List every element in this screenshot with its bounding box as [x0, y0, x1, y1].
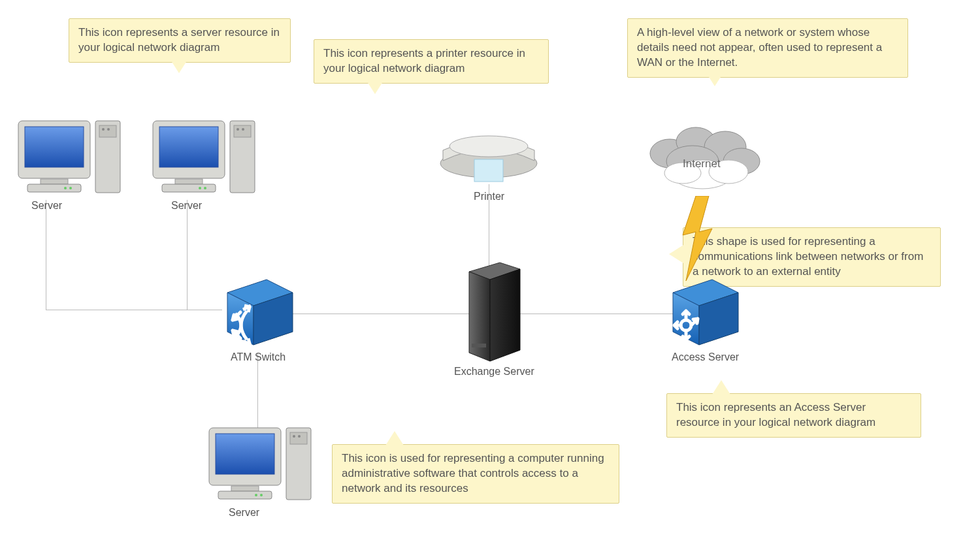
- callout-access-text: This icon represents an Access Server re…: [676, 401, 875, 428]
- server-node-1: [13, 118, 124, 202]
- atm-switch-icon: [221, 273, 299, 351]
- access-server-label: Access Server: [672, 351, 739, 363]
- svg-point-52: [260, 494, 263, 496]
- svg-rect-5: [25, 127, 84, 167]
- svg-rect-48: [216, 434, 274, 474]
- callout-tail: [385, 431, 404, 445]
- exchange-server-icon: [464, 260, 526, 364]
- internet-label: Internet: [683, 157, 721, 170]
- connector: [257, 353, 258, 432]
- svg-point-13: [242, 128, 244, 131]
- exchange-server-label: Exchange Server: [454, 366, 534, 378]
- svg-point-9: [69, 187, 72, 189]
- callout-tail: [706, 72, 724, 86]
- callout-tail: [712, 380, 730, 395]
- callout-printer-text: This icon represents a printer resource …: [323, 47, 525, 74]
- atm-switch-node: [221, 273, 299, 354]
- server-label-2: Server: [171, 200, 202, 212]
- svg-marker-36: [469, 272, 490, 361]
- connector: [46, 200, 46, 310]
- svg-rect-11: [234, 125, 251, 137]
- callout-cloud-text: A high-level view of a network or system…: [637, 26, 882, 69]
- svg-rect-7: [27, 184, 81, 192]
- svg-point-51: [255, 494, 257, 496]
- svg-rect-6: [41, 179, 68, 184]
- callout-tail: [366, 80, 384, 94]
- svg-point-45: [293, 435, 295, 438]
- printer-label: Printer: [474, 191, 504, 202]
- svg-point-22: [449, 136, 528, 157]
- svg-rect-38: [472, 344, 486, 347]
- svg-point-3: [107, 128, 110, 131]
- svg-rect-44: [290, 432, 307, 444]
- svg-point-12: [237, 128, 239, 131]
- callout-server-text: This icon represents a server resource i…: [78, 26, 280, 54]
- callout-cloud: A high-level view of a network or system…: [627, 18, 908, 78]
- connector: [187, 200, 188, 310]
- svg-rect-21: [474, 159, 503, 182]
- server-label-3: Server: [229, 507, 259, 519]
- svg-point-8: [64, 187, 67, 189]
- svg-rect-15: [159, 127, 218, 167]
- svg-marker-37: [490, 269, 520, 361]
- callout-server: This icon represents a server resource i…: [69, 18, 291, 63]
- callout-commlink-text: This shape is used for representing a co…: [693, 235, 923, 278]
- server-icon: [13, 118, 124, 199]
- callout-printer: This icon represents a printer resource …: [314, 39, 549, 84]
- access-server-icon: [666, 273, 745, 351]
- lightning-link: [679, 196, 719, 283]
- svg-point-46: [298, 435, 301, 438]
- server-node-3: [204, 425, 315, 509]
- connector: [46, 310, 222, 310]
- svg-point-2: [102, 128, 105, 131]
- svg-point-18: [199, 187, 201, 189]
- server-node-2: [148, 118, 259, 202]
- callout-tail: [170, 59, 188, 73]
- svg-marker-31: [683, 196, 712, 281]
- printer-node: [436, 124, 541, 192]
- svg-rect-16: [175, 179, 203, 184]
- server-label-1: Server: [31, 200, 62, 212]
- svg-rect-49: [231, 486, 259, 491]
- exchange-server-node: [464, 260, 526, 367]
- access-server-node: [666, 273, 745, 354]
- server-icon: [148, 118, 259, 199]
- connector: [287, 314, 470, 314]
- lightning-icon: [679, 196, 719, 281]
- callout-exchange: This icon is used for representing a com…: [332, 444, 619, 504]
- atm-switch-label: ATM Switch: [231, 351, 286, 363]
- printer-icon: [436, 124, 541, 189]
- svg-rect-50: [218, 491, 272, 499]
- svg-point-19: [204, 187, 206, 189]
- server-icon: [204, 425, 315, 506]
- svg-rect-17: [162, 184, 216, 192]
- svg-rect-1: [99, 125, 116, 137]
- callout-exchange-text: This icon is used for representing a com…: [342, 452, 604, 494]
- callout-access: This icon represents an Access Server re…: [666, 393, 921, 438]
